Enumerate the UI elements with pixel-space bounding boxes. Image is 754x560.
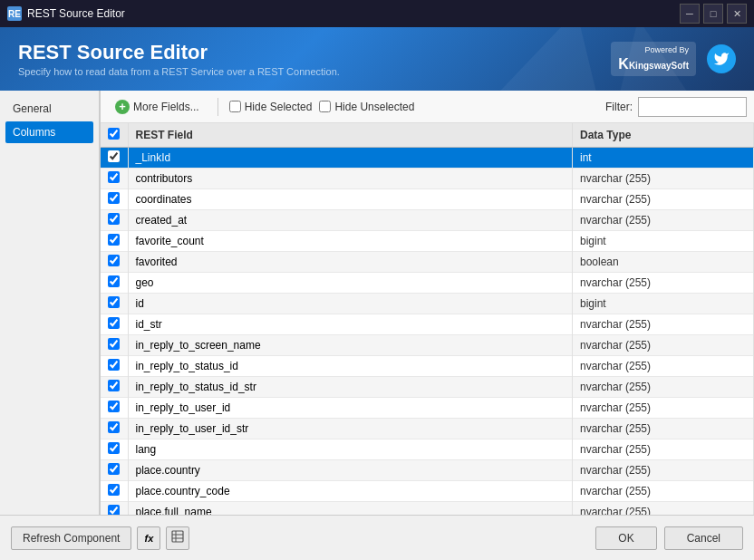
k-letter: K [618, 56, 629, 72]
table-row[interactable]: place.country_codenvarchar (255) [101, 481, 754, 502]
cancel-button[interactable]: Cancel [664, 526, 743, 550]
row-type: nvarchar (255) [573, 439, 754, 460]
row-type: nvarchar (255) [573, 210, 754, 231]
row-checkbox[interactable] [108, 463, 120, 475]
row-checkbox-cell [101, 398, 128, 419]
table-row[interactable]: in_reply_to_user_id_strnvarchar (255) [101, 419, 754, 439]
table-row[interactable]: in_reply_to_screen_namenvarchar (255) [101, 335, 754, 356]
table-row[interactable]: contributorsnvarchar (255) [101, 169, 754, 189]
minimize-button[interactable]: ─ [680, 4, 700, 24]
row-checkbox[interactable] [108, 171, 120, 183]
row-field: id [128, 294, 573, 314]
row-field: in_reply_to_user_id_str [128, 419, 573, 439]
row-type: nvarchar (255) [573, 335, 754, 356]
row-checkbox[interactable] [108, 234, 120, 246]
row-type: nvarchar (255) [573, 460, 754, 481]
sidebar-item-general[interactable]: General [5, 98, 93, 120]
table-row[interactable]: langnvarchar (255) [101, 439, 754, 460]
table-row[interactable]: in_reply_to_status_idnvarchar (255) [101, 356, 754, 377]
hide-selected-checkbox-label[interactable]: Hide Selected [229, 101, 313, 113]
row-field: geo [128, 273, 573, 294]
refresh-component-button[interactable]: Refresh Component [11, 526, 131, 550]
row-checkbox-cell [101, 169, 128, 189]
table-container[interactable]: REST Field Data Type _LinkIdintcontribut… [101, 123, 754, 515]
row-checkbox[interactable] [108, 150, 120, 162]
row-checkbox[interactable] [108, 296, 120, 308]
row-checkbox-cell [101, 356, 128, 377]
hide-unselected-checkbox[interactable] [319, 101, 331, 112]
table-row[interactable]: place.countrynvarchar (255) [101, 460, 754, 481]
row-checkbox[interactable] [108, 255, 120, 266]
row-type: nvarchar (255) [573, 419, 754, 439]
table-icon [171, 530, 184, 546]
hide-selected-checkbox[interactable] [229, 101, 241, 112]
more-fields-button[interactable]: + More Fields... [108, 97, 207, 117]
row-checkbox[interactable] [108, 275, 120, 287]
close-button[interactable]: ✕ [727, 4, 747, 24]
maximize-button[interactable]: □ [703, 4, 723, 24]
toolbar: + More Fields... Hide Selected Hide Unse… [101, 91, 754, 123]
table-body: _LinkIdintcontributorsnvarchar (255)coor… [101, 148, 754, 516]
row-field: favorited [128, 252, 573, 273]
row-type: nvarchar (255) [573, 169, 754, 189]
row-checkbox[interactable] [108, 338, 120, 350]
row-type: nvarchar (255) [573, 356, 754, 377]
table-row[interactable]: favoritedboolean [101, 252, 754, 273]
header-title: REST Source Editor [18, 41, 340, 64]
check-header [101, 123, 128, 148]
table-row[interactable]: favorite_countbigint [101, 231, 754, 252]
sidebar: General Columns [0, 91, 100, 515]
table-row[interactable]: place.full_namenvarchar (255) [101, 502, 754, 516]
brand-rest: KingswaySoft [629, 61, 689, 71]
brand-name: KKingswaySoft [618, 61, 689, 71]
header-banner: REST Source Editor Specify how to read d… [0, 27, 754, 91]
hide-unselected-checkbox-label[interactable]: Hide Unselected [319, 101, 414, 113]
row-checkbox[interactable] [108, 192, 120, 204]
row-checkbox-cell [101, 294, 128, 314]
kingswaysoft-logo: Powered By KKingswaySoft [611, 42, 696, 76]
table-row[interactable]: in_reply_to_status_id_strnvarchar (255) [101, 377, 754, 398]
row-checkbox[interactable] [108, 359, 120, 371]
select-all-checkbox[interactable] [108, 128, 120, 140]
row-checkbox[interactable] [108, 401, 120, 412]
row-type: int [573, 148, 754, 169]
row-field: in_reply_to_status_id [128, 356, 573, 377]
row-field: in_reply_to_user_id [128, 398, 573, 419]
row-field: place.country [128, 460, 573, 481]
data-type-header: Data Type [573, 123, 754, 148]
table-row[interactable]: coordinatesnvarchar (255) [101, 189, 754, 210]
row-checkbox[interactable] [108, 317, 120, 329]
row-checkbox[interactable] [108, 380, 120, 391]
table-row[interactable]: id_strnvarchar (255) [101, 314, 754, 335]
title-bar: RE REST Source Editor ─ □ ✕ [0, 0, 754, 27]
table-row[interactable]: created_atnvarchar (255) [101, 210, 754, 231]
table-row[interactable]: _LinkIdint [101, 148, 754, 169]
table-row[interactable]: in_reply_to_user_idnvarchar (255) [101, 398, 754, 419]
row-checkbox[interactable] [108, 505, 120, 515]
row-type: nvarchar (255) [573, 273, 754, 294]
row-field: place.full_name [128, 502, 573, 516]
row-field: in_reply_to_screen_name [128, 335, 573, 356]
table-row[interactable]: geonvarchar (255) [101, 273, 754, 294]
ok-button[interactable]: OK [595, 526, 656, 550]
row-checkbox[interactable] [108, 484, 120, 496]
table-icon-button[interactable] [166, 526, 189, 550]
row-type: nvarchar (255) [573, 314, 754, 335]
plus-icon: + [115, 100, 130, 114]
row-checkbox-cell [101, 210, 128, 231]
row-checkbox-cell [101, 335, 128, 356]
row-checkbox[interactable] [108, 421, 120, 433]
right-panel: + More Fields... Hide Selected Hide Unse… [100, 91, 754, 515]
sidebar-item-columns[interactable]: Columns [5, 121, 93, 143]
row-checkbox[interactable] [108, 213, 120, 225]
row-checkbox-cell [101, 273, 128, 294]
table-row[interactable]: idbigint [101, 294, 754, 314]
title-bar-buttons: ─ □ ✕ [680, 4, 747, 24]
fx-button[interactable]: fx [137, 526, 160, 550]
row-field: _LinkId [128, 148, 573, 169]
row-checkbox-cell [101, 252, 128, 273]
footer-left: Refresh Component fx [11, 526, 189, 550]
row-checkbox[interactable] [108, 442, 120, 454]
rest-field-header: REST Field [128, 123, 573, 148]
filter-input[interactable] [638, 97, 747, 117]
